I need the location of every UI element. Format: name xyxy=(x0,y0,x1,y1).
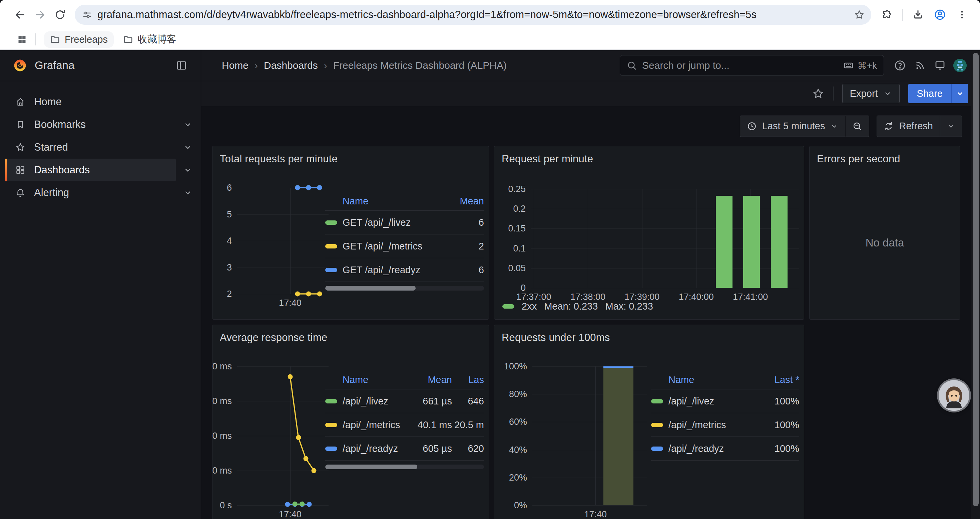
monitor-icon[interactable] xyxy=(933,59,947,72)
extensions-icon[interactable] xyxy=(877,5,897,25)
area-chart: 100%80%60%40%20%0% 17:40 xyxy=(500,366,647,517)
y-axis: 0.250.20.150.10.050 xyxy=(500,189,527,288)
time-range-picker[interactable]: Last 5 minutes xyxy=(740,116,845,137)
panel-errors-per-second[interactable]: Errors per second No data xyxy=(809,146,960,319)
profile-icon[interactable] xyxy=(930,5,950,25)
sidebar-toggle-icon[interactable] xyxy=(175,59,188,72)
x-axis: 17:40 xyxy=(237,295,329,305)
export-button[interactable]: Export xyxy=(842,84,900,103)
column-header[interactable]: Mean xyxy=(444,196,484,207)
bookmark-icon xyxy=(15,120,25,129)
search-input[interactable]: Search or jump to... ⌘+k xyxy=(620,55,884,76)
breadcrumb-separator: › xyxy=(255,60,258,71)
share-button[interactable]: Share xyxy=(908,84,951,103)
legend-row[interactable]: GET /api/_/livez6 xyxy=(325,211,484,235)
apps-grid-icon[interactable] xyxy=(14,31,30,48)
column-header[interactable]: Last * xyxy=(756,374,799,385)
series-color-pill[interactable] xyxy=(651,447,663,451)
screen: grafana.mathmast.com/d/deytv4rwavabkb/fr… xyxy=(0,0,980,519)
favorite-star-icon[interactable] xyxy=(812,88,824,99)
legend-row[interactable]: /api/_/metrics100% xyxy=(651,413,799,437)
share-menu-button[interactable] xyxy=(951,84,968,103)
refresh-interval-button[interactable] xyxy=(940,116,962,137)
sidebar: Grafana HomeBookmarksStarredDashboardsAl… xyxy=(0,50,201,519)
legend-row[interactable]: /api/_/livez100% xyxy=(651,390,799,413)
chevron-down-icon[interactable] xyxy=(183,165,192,175)
legend-row[interactable]: GET /api/_/metrics2 xyxy=(325,235,484,258)
downloads-icon[interactable] xyxy=(908,5,928,25)
scrollbar-thumb[interactable] xyxy=(325,286,415,291)
chevron-down-icon[interactable] xyxy=(183,188,192,197)
refresh-button[interactable]: Refresh xyxy=(877,116,940,137)
floating-assistant-avatar[interactable] xyxy=(939,380,969,411)
legend-header-row: NameMeanLas xyxy=(325,370,484,390)
cell-value: 620 xyxy=(452,443,484,454)
cell-value: 100% xyxy=(756,396,799,407)
grafana-logo[interactable] xyxy=(13,58,27,73)
reload-icon[interactable] xyxy=(50,5,70,25)
data-point xyxy=(299,501,305,507)
panel-title: Average response time xyxy=(213,325,488,344)
y-tick-label: 3 xyxy=(227,262,232,273)
column-header[interactable]: Name xyxy=(651,374,756,385)
help-icon[interactable] xyxy=(893,59,907,72)
scrollbar-thumb[interactable] xyxy=(973,53,978,506)
y-tick-label: 60 ms xyxy=(212,396,232,406)
chevron-down-icon[interactable] xyxy=(183,120,192,129)
legend-row[interactable]: /api/_/metrics40.1 ms20.5 m xyxy=(325,413,484,437)
series-color-pill[interactable] xyxy=(325,268,337,272)
bookmarks-bar: Freeleaps 收藏博客 xyxy=(0,29,980,50)
series-color-pill[interactable] xyxy=(651,399,663,404)
sidebar-item-home[interactable]: Home xyxy=(5,91,176,113)
legend-row[interactable]: /api/_/readyz605 µs620 xyxy=(325,437,484,461)
chevron-down-icon xyxy=(830,122,838,130)
column-header[interactable]: Las xyxy=(452,374,484,385)
sidebar-item-dashboards[interactable]: Dashboards xyxy=(5,159,176,181)
header-icons xyxy=(893,59,967,72)
legend-row[interactable]: /api/_/livez661 µs646 xyxy=(325,390,484,413)
url-text[interactable]: grafana.mathmast.com/d/deytv4rwavabkb/fr… xyxy=(97,9,849,21)
browser-menu-icon[interactable] xyxy=(952,5,972,25)
series-color-pill[interactable] xyxy=(325,244,337,249)
panel-request-per-minute[interactable]: Request per minute 0.250.20.150.10.050 1… xyxy=(494,146,804,319)
legend-row[interactable]: GET /api/_/readyz6 xyxy=(325,258,484,282)
sidebar-item-starred[interactable]: Starred xyxy=(5,136,176,159)
page-scrollbar[interactable] xyxy=(971,50,980,519)
panel-total-requests-per-minute[interactable]: Total requests per minute 65432 17:40 Na… xyxy=(212,146,489,319)
bookmark-star-icon[interactable] xyxy=(854,10,865,20)
legend-row[interactable]: /api/_/readyz100% xyxy=(651,437,799,461)
horizontal-scrollbar[interactable] xyxy=(325,286,484,291)
column-header[interactable]: Mean xyxy=(402,374,452,385)
series-color-pill[interactable] xyxy=(651,423,663,427)
sidebar-header: Grafana xyxy=(0,50,201,81)
sidebar-item-label: Starred xyxy=(34,141,68,153)
column-header[interactable]: Name xyxy=(325,196,444,207)
x-tick-label: 17:41:00 xyxy=(733,292,768,302)
chevron-down-icon[interactable] xyxy=(183,143,192,152)
user-avatar[interactable] xyxy=(953,59,967,72)
series-color-pill[interactable] xyxy=(325,447,337,451)
bookmark-folder-blogs[interactable]: 收藏博客 xyxy=(117,30,183,49)
legend-series-name[interactable]: 2xx xyxy=(522,301,537,312)
panel-requests-under-100ms[interactable]: Requests under 100ms 100%80%60%40%20%0% … xyxy=(494,325,804,519)
breadcrumb-item[interactable]: Dashboards xyxy=(264,60,318,71)
back-icon[interactable] xyxy=(10,5,30,25)
series-color-pill[interactable] xyxy=(325,399,337,404)
data-point xyxy=(295,185,300,190)
sidebar-item-alerting[interactable]: Alerting xyxy=(5,181,176,204)
bookmark-folder-freeleaps[interactable]: Freeleaps xyxy=(44,31,114,48)
sidebar-item-label: Alerting xyxy=(34,187,69,199)
news-rss-icon[interactable] xyxy=(913,59,927,72)
horizontal-scrollbar[interactable] xyxy=(325,465,484,469)
forward-icon[interactable] xyxy=(30,5,50,25)
series-color-pill[interactable] xyxy=(325,220,337,225)
scrollbar-thumb[interactable] xyxy=(325,465,417,469)
sidebar-item-bookmarks[interactable]: Bookmarks xyxy=(5,113,176,136)
address-bar[interactable]: grafana.mathmast.com/d/deytv4rwavabkb/fr… xyxy=(75,5,871,25)
site-settings-icon[interactable] xyxy=(82,10,92,20)
panel-average-response-time[interactable]: Average response time 80 ms60 ms40 ms20 … xyxy=(212,325,489,519)
breadcrumb-item[interactable]: Home xyxy=(222,60,248,71)
zoom-out-button[interactable] xyxy=(845,116,869,137)
series-color-pill[interactable] xyxy=(325,423,337,427)
column-header[interactable]: Name xyxy=(325,374,402,385)
